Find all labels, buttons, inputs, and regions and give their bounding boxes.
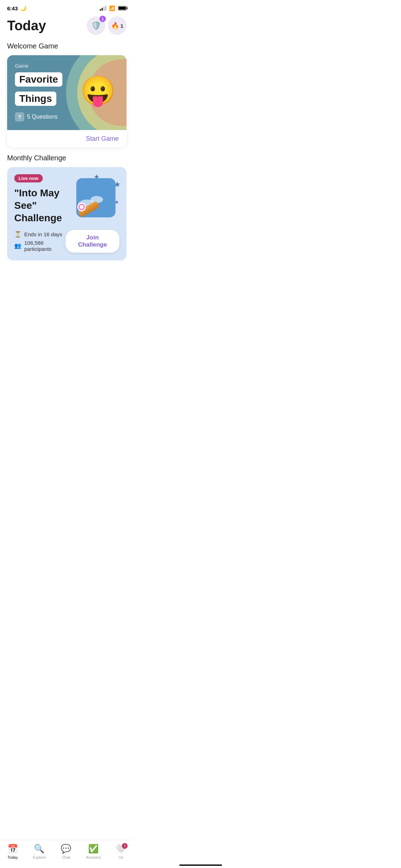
game-card-bottom: Start Game [7,130,127,148]
people-icon: 👥 [14,242,21,249]
live-badge: Live now [14,174,43,182]
challenge-footer: ⏳ Ends in 16 days 👥 106,586 participants… [14,230,119,253]
challenge-title: "Into May See" Challenge [14,187,77,224]
monthly-challenge-title: Monthly Challenge [7,154,127,162]
game-title-box2: Things [15,92,56,106]
hourglass-icon: ⏳ [14,231,21,238]
wifi-icon: 📶 [109,5,115,11]
telescope-eye [77,203,86,211]
game-title-line2: Things [19,93,52,104]
flame-icon: 🔥 [111,22,119,30]
status-icons: 📶 [100,5,127,11]
badge-count: 1 [99,16,106,22]
start-game-button[interactable]: Start Game [86,135,119,143]
question-icon: ? [15,112,24,122]
participants-text: 106,586 participants [24,240,66,252]
game-title-box1: Favorite [15,72,62,87]
flame-count: 1 [120,23,123,29]
welcome-game-section-title: Welcome Game [7,42,127,50]
time: 6:43 [7,5,18,11]
game-label: Game [15,63,119,69]
header-icons: 🛡️ 1 🔥 1 [87,16,127,35]
game-title-line1: Favorite [19,74,58,85]
ends-row: ⏳ Ends in 16 days [14,231,66,238]
game-card-top: Game Favorite Things ? 5 Questions 😛 [7,55,127,130]
participants-row: 👥 106,586 participants [14,240,66,252]
header: Today 🛡️ 1 🔥 1 [7,16,127,35]
battery-icon [118,6,127,10]
monthly-challenge-section: Monthly Challenge ★ ★ ★ ★ Live now "Into… [0,154,134,260]
signal-icon [100,6,106,11]
game-emoji: 😛 [80,74,116,108]
game-card: Game Favorite Things ? 5 Questions 😛 Sta… [7,55,127,148]
join-challenge-button[interactable]: Join Challenge [66,230,119,253]
badge-star-icon: 🛡️ [91,21,101,30]
page-title: Today [7,18,46,33]
ends-text: Ends in 16 days [24,231,62,237]
challenge-illustration: ★ ★ ★ ★ [71,173,121,223]
challenge-card: ★ ★ ★ ★ Live now "Into May See" Challeng… [7,167,127,260]
questions-text: 5 Questions [27,114,57,120]
game-questions: ? 5 Questions [15,112,119,122]
flame-button[interactable]: 🔥 1 [108,16,127,35]
moon-icon: 🌙 [20,5,27,11]
challenge-meta: ⏳ Ends in 16 days 👥 106,586 participants [14,231,66,252]
badge-button[interactable]: 🛡️ 1 [87,16,105,35]
status-bar: 6:43 🌙 📶 [0,0,134,13]
